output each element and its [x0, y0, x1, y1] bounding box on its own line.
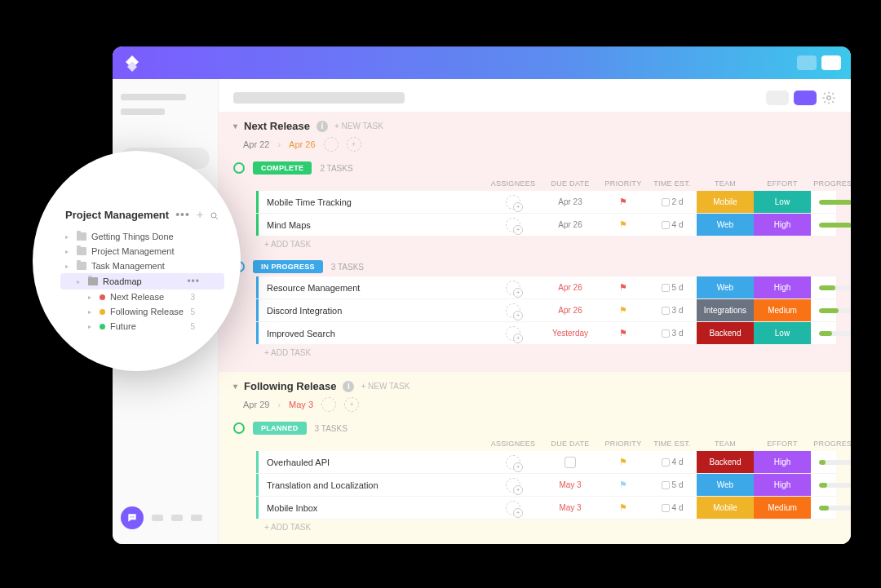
team-tag[interactable]: Web [697, 214, 754, 236]
effort-tag[interactable]: Medium [754, 497, 811, 519]
assignee-icon[interactable] [506, 455, 520, 470]
folder-icon [77, 232, 86, 241]
window-control[interactable] [821, 55, 841, 70]
more-icon[interactable]: ••• [175, 208, 190, 221]
tag-add-icon[interactable]: + [347, 137, 361, 152]
effort-tag[interactable]: High [754, 276, 811, 298]
tree-item-label: Roadmap [103, 276, 142, 286]
window-control[interactable] [797, 55, 817, 70]
status-check-icon[interactable] [233, 162, 245, 174]
team-tag[interactable]: Mobile [697, 497, 754, 519]
section-date-to: Apr 26 [289, 139, 315, 149]
chevron-down-icon[interactable]: ▾ [233, 122, 237, 130]
chevron-down-icon[interactable]: ▾ [233, 382, 237, 391]
col-team: TEAM [697, 440, 754, 448]
status-pill[interactable]: COMPLETE [253, 161, 312, 175]
section-title: Next Release [244, 120, 310, 132]
task-row[interactable]: Resource Management Apr 26 ⚑ 5 d Web Hig… [256, 276, 836, 299]
add-task-button[interactable]: + ADD TASK [264, 519, 836, 535]
priority-flag-icon[interactable]: ⚑ [619, 457, 627, 467]
assignee-icon[interactable] [506, 501, 520, 515]
task-row[interactable]: Improved Search Yesterday ⚑ 3 d Backend … [256, 322, 836, 345]
folder-tree: ▸Getting Things Done▸Project Management▸… [65, 229, 224, 334]
effort-tag[interactable]: Low [754, 191, 811, 213]
team-tag[interactable]: Backend [697, 451, 754, 473]
effort-tag[interactable]: High [754, 451, 811, 473]
add-task-button[interactable]: + ADD TASK [264, 237, 836, 252]
tree-item-count: 3 [190, 293, 195, 302]
tree-item-count: 5 [190, 307, 195, 316]
search-icon[interactable] [210, 210, 219, 219]
section-next: ▾ Next Release i + NEW TASKApr 22 › Apr … [219, 112, 851, 372]
assignee-add-icon[interactable] [324, 137, 339, 152]
priority-flag-icon[interactable]: ⚑ [619, 197, 627, 207]
tree-item-count: 5 [190, 322, 195, 331]
status-check-icon[interactable] [233, 422, 245, 434]
task-row[interactable]: Overhauled API ⚑ 4 d Backend High [256, 451, 836, 474]
team-tag[interactable]: Web [697, 474, 754, 496]
tag-add-icon[interactable]: + [344, 397, 359, 412]
info-icon[interactable]: i [317, 121, 328, 132]
assignee-icon[interactable] [506, 218, 520, 232]
assignee-icon[interactable] [506, 303, 520, 318]
tree-item[interactable]: ▸Following Release5 [65, 304, 224, 319]
priority-flag-icon[interactable]: ⚑ [619, 480, 627, 490]
team-tag[interactable]: Web [697, 276, 754, 298]
effort-tag[interactable]: Low [754, 322, 811, 344]
assignee-icon[interactable] [506, 326, 520, 341]
team-tag[interactable]: Integrations [697, 299, 754, 321]
tree-item[interactable]: ▸Task Management [65, 259, 224, 273]
svg-point-0 [131, 516, 131, 517]
tree-item[interactable]: ▸Getting Things Done [65, 229, 224, 244]
col-priority: PRIORITY [599, 179, 648, 188]
view-toggle-active[interactable] [794, 91, 817, 105]
chat-bubble-icon[interactable] [121, 506, 144, 529]
task-row[interactable]: Mind Maps Apr 26 ⚑ 4 d Web High [256, 214, 836, 237]
chevron-right-icon: ▸ [65, 263, 72, 270]
more-icon[interactable]: ••• [187, 276, 200, 287]
assignee-icon[interactable] [506, 281, 520, 295]
hourglass-icon [662, 307, 670, 315]
task-row[interactable]: Translation and Localization May 3 ⚑ 5 d… [256, 474, 836, 497]
plus-icon[interactable]: + [197, 208, 203, 221]
assignee-icon[interactable] [506, 195, 520, 210]
new-task-button[interactable]: + NEW TASK [361, 382, 410, 391]
new-task-button[interactable]: + NEW TASK [334, 122, 383, 130]
priority-flag-icon[interactable]: ⚑ [619, 328, 627, 338]
task-row[interactable]: Mobile Time Tracking Apr 23 ⚑ 2 d Mobile… [256, 191, 836, 214]
status-pill[interactable]: PLANNED [253, 422, 307, 435]
add-task-button[interactable]: + ADD TASK [264, 345, 836, 360]
section-title: Following Release [244, 380, 336, 392]
time-estimate: 4 d [662, 458, 684, 466]
priority-flag-icon[interactable]: ⚑ [619, 305, 627, 316]
col-progress: PROGRESS [811, 179, 851, 188]
assignee-add-icon[interactable] [321, 397, 336, 412]
tree-item-label: Project Management [91, 246, 175, 256]
effort-tag[interactable]: High [754, 214, 811, 236]
view-toggle[interactable] [766, 91, 789, 105]
priority-flag-icon[interactable]: ⚑ [619, 502, 627, 513]
task-name: Mobile Inbox [256, 497, 485, 519]
status-pill[interactable]: IN PROGRESS [253, 260, 323, 273]
assignee-icon[interactable] [506, 478, 520, 493]
team-tag[interactable]: Backend [697, 322, 754, 344]
effort-tag[interactable]: Medium [754, 299, 811, 321]
progress-bar [819, 483, 851, 488]
tree-item[interactable]: ▸Next Release3 [65, 290, 224, 304]
tree-item[interactable]: ▸Future5 [65, 319, 224, 334]
task-row[interactable]: Discord Integration Apr 26 ⚑ 3 d Integra… [256, 299, 836, 322]
calendar-icon[interactable] [564, 457, 576, 468]
tree-item-active[interactable]: ▸Roadmap••• [60, 273, 224, 290]
hourglass-icon [662, 284, 670, 292]
tree-item[interactable]: ▸Project Management [65, 244, 224, 259]
info-icon[interactable]: i [343, 381, 354, 392]
task-due: Apr 26 [558, 283, 582, 292]
gear-icon[interactable] [821, 91, 836, 105]
effort-tag[interactable]: High [754, 474, 811, 496]
task-row[interactable]: Mobile Inbox May 3 ⚑ 4 d Mobile Medium [256, 497, 836, 519]
priority-flag-icon[interactable]: ⚑ [619, 219, 627, 230]
team-tag[interactable]: Mobile [697, 191, 754, 213]
priority-flag-icon[interactable]: ⚑ [619, 282, 627, 293]
main-content: ▾ Next Release i + NEW TASKApr 22 › Apr … [219, 79, 851, 544]
section-date-from: Apr 29 [243, 400, 269, 409]
